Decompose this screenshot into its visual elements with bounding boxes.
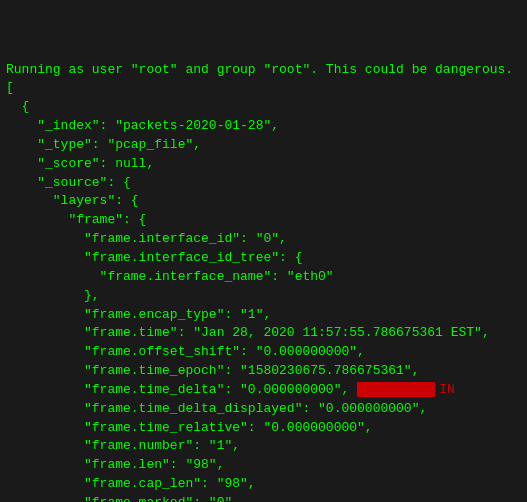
output-line: "_source": { <box>6 174 521 193</box>
terminal: Running as user "root" and group "root".… <box>0 0 527 502</box>
output-line: }, <box>6 287 521 306</box>
terminal-output: Running as user "root" and group "root".… <box>6 61 521 502</box>
output-line: "frame.time_delta_displayed": "0.0000000… <box>6 400 521 419</box>
output-line: "frame.encap_type": "1", <box>6 306 521 325</box>
output-line: "_score": null, <box>6 155 521 174</box>
output-line: "frame.time": "Jan 28, 2020 11:57:55.786… <box>6 324 521 343</box>
output-line: "frame.len": "98", <box>6 456 521 475</box>
output-line: { <box>6 98 521 117</box>
output-line: "_type": "pcap_file", <box>6 136 521 155</box>
output-line: "layers": { <box>6 192 521 211</box>
output-line: "frame.time_epoch": "1580230675.78667536… <box>6 362 521 381</box>
output-line: [ <box>6 79 521 98</box>
output-line: "frame.cap_len": "98", <box>6 475 521 494</box>
output-line: "frame.time_delta": "0.000000000",██████… <box>6 381 521 400</box>
output-line: "frame.interface_id": "0", <box>6 230 521 249</box>
output-line: Running as user "root" and group "root".… <box>6 61 521 80</box>
output-line: "frame": { <box>6 211 521 230</box>
output-line: "frame.time_relative": "0.000000000", <box>6 419 521 438</box>
output-line: "frame.number": "1", <box>6 437 521 456</box>
output-line: "frame.interface_name": "eth0" <box>6 268 521 287</box>
command-line <box>6 4 521 61</box>
output-line: "frame.offset_shift": "0.000000000", <box>6 343 521 362</box>
output-line: "frame.marked": "0", <box>6 494 521 502</box>
output-line: "_index": "packets-2020-01-28", <box>6 117 521 136</box>
output-line: "frame.interface_id_tree": { <box>6 249 521 268</box>
